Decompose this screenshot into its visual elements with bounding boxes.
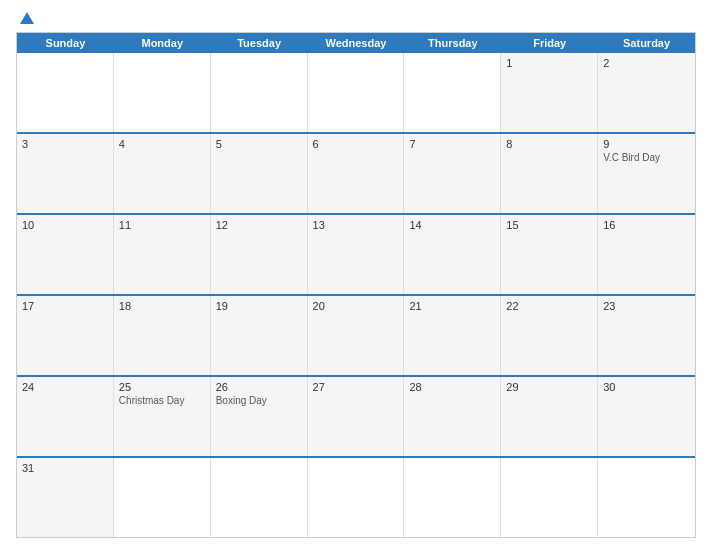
day-number: 20 [313,300,399,312]
holiday-label: V.C Bird Day [603,152,690,163]
day-number: 4 [119,138,205,150]
day-cell: 20 [308,296,405,375]
day-cell: 15 [501,215,598,294]
week-row: 10111213141516 [17,213,695,294]
day-header-thursday: Thursday [404,33,501,53]
day-cell: 19 [211,296,308,375]
day-cell: 23 [598,296,695,375]
week-row: 3456789V.C Bird Day [17,132,695,213]
day-header-wednesday: Wednesday [308,33,405,53]
day-cell [404,458,501,537]
day-cell: 11 [114,215,211,294]
day-cell: 3 [17,134,114,213]
day-cell: 29 [501,377,598,456]
day-number: 13 [313,219,399,231]
day-cell [501,458,598,537]
day-cell: 25Christmas Day [114,377,211,456]
day-cell: 28 [404,377,501,456]
day-number: 1 [506,57,592,69]
week-row: 2425Christmas Day26Boxing Day27282930 [17,375,695,456]
day-cell: 14 [404,215,501,294]
day-cell: 2 [598,53,695,132]
holiday-label: Boxing Day [216,395,302,406]
holiday-label: Christmas Day [119,395,205,406]
day-number: 2 [603,57,690,69]
day-number: 27 [313,381,399,393]
day-cell: 16 [598,215,695,294]
day-cell: 26Boxing Day [211,377,308,456]
day-number: 24 [22,381,108,393]
logo-triangle-icon [20,12,34,24]
day-cell: 13 [308,215,405,294]
day-number: 23 [603,300,690,312]
day-number: 17 [22,300,108,312]
week-row: 31 [17,456,695,537]
day-number: 15 [506,219,592,231]
day-header-monday: Monday [114,33,211,53]
week-row: 17181920212223 [17,294,695,375]
calendar: SundayMondayTuesdayWednesdayThursdayFrid… [16,32,696,538]
day-cell: 24 [17,377,114,456]
day-number: 6 [313,138,399,150]
day-cell [211,53,308,132]
day-number: 5 [216,138,302,150]
day-number: 8 [506,138,592,150]
day-cell [114,458,211,537]
day-number: 26 [216,381,302,393]
day-number: 12 [216,219,302,231]
day-cell: 5 [211,134,308,213]
day-cell [404,53,501,132]
page: SundayMondayTuesdayWednesdayThursdayFrid… [0,0,712,550]
day-number: 19 [216,300,302,312]
day-cell: 27 [308,377,405,456]
day-headers-row: SundayMondayTuesdayWednesdayThursdayFrid… [17,33,695,53]
day-cell [114,53,211,132]
logo [16,12,34,24]
day-cell: 17 [17,296,114,375]
day-cell [308,458,405,537]
day-number: 25 [119,381,205,393]
day-number: 28 [409,381,495,393]
day-number: 9 [603,138,690,150]
day-cell: 22 [501,296,598,375]
day-number: 16 [603,219,690,231]
header [16,12,696,24]
day-cell: 8 [501,134,598,213]
day-cell: 9V.C Bird Day [598,134,695,213]
week-row: 12 [17,53,695,132]
day-number: 30 [603,381,690,393]
day-cell: 21 [404,296,501,375]
day-number: 29 [506,381,592,393]
day-number: 10 [22,219,108,231]
day-cell: 6 [308,134,405,213]
day-cell: 10 [17,215,114,294]
day-cell [211,458,308,537]
day-cell: 30 [598,377,695,456]
day-cell: 18 [114,296,211,375]
day-cell: 4 [114,134,211,213]
weeks-container: 123456789V.C Bird Day1011121314151617181… [17,53,695,537]
day-cell [17,53,114,132]
day-number: 21 [409,300,495,312]
day-header-saturday: Saturday [598,33,695,53]
day-header-sunday: Sunday [17,33,114,53]
day-cell [308,53,405,132]
day-header-friday: Friday [501,33,598,53]
day-number: 3 [22,138,108,150]
day-cell: 1 [501,53,598,132]
day-cell: 7 [404,134,501,213]
day-number: 11 [119,219,205,231]
day-number: 14 [409,219,495,231]
day-number: 18 [119,300,205,312]
day-number: 7 [409,138,495,150]
day-header-tuesday: Tuesday [211,33,308,53]
day-number: 31 [22,462,108,474]
day-cell: 12 [211,215,308,294]
day-number: 22 [506,300,592,312]
day-cell [598,458,695,537]
day-cell: 31 [17,458,114,537]
